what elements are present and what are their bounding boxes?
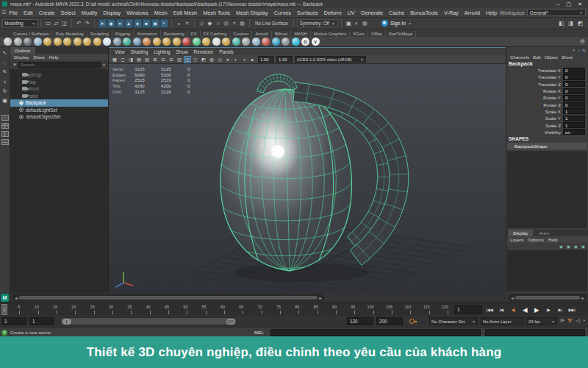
render-icon[interactable]: ▣ (345, 19, 353, 28)
color-wheel-icon[interactable] (262, 38, 270, 46)
scroll-right-icon[interactable]: ▶ (319, 296, 322, 300)
gold-sphere-icon[interactable] (63, 38, 71, 46)
mute-audio-icon[interactable]: ◁ (576, 318, 579, 324)
film-gate-icon[interactable]: ⊞ (151, 56, 159, 63)
shadows-icon[interactable]: ◐ (232, 56, 240, 63)
safe-title-icon[interactable]: ◰ (192, 56, 199, 63)
menu-item[interactable]: Edit (21, 10, 36, 16)
timeline-tick[interactable]: 65 (225, 303, 243, 316)
channel-value-field[interactable]: 0 (563, 95, 585, 101)
palette-icon[interactable] (282, 38, 290, 46)
dice-icon[interactable] (143, 38, 151, 46)
menu-item[interactable]: Windows (123, 10, 151, 16)
channel-value-field[interactable]: 0 (563, 74, 585, 80)
screen-space-ao-icon[interactable]: ◑ (240, 56, 248, 63)
timeline-tick[interactable]: 110 (392, 303, 411, 316)
viewport-menu-item[interactable]: Renderer (191, 49, 217, 54)
moth-icon[interactable] (173, 38, 181, 46)
move-layer-down-icon[interactable] (580, 244, 586, 250)
shelf-tab[interactable]: Sculpting (87, 30, 112, 37)
shelf-tab[interactable]: XGen (350, 30, 368, 37)
select-hierarchy-icon[interactable]: ➤ (98, 19, 107, 28)
step-forward-key-button[interactable]: |▶ (542, 305, 554, 315)
tab-anim[interactable]: Anim (534, 230, 554, 236)
open-scene-icon[interactable]: ▱ (52, 19, 60, 28)
panel-scrollbar[interactable]: ◀▶ (509, 294, 587, 301)
paint-select-tool-icon[interactable]: ✎ (1, 68, 9, 76)
timeline-tick[interactable]: 105 (374, 303, 392, 316)
edit-icon[interactable]: ✎ (582, 48, 586, 53)
timeline-tick[interactable]: 90 (318, 303, 337, 316)
menu-item[interactable]: Mesh Display (233, 10, 271, 16)
spheres-pair-icon[interactable] (133, 38, 141, 46)
scrollbar-thumb[interactable] (19, 296, 318, 300)
timeline-tick[interactable]: 60 (207, 303, 225, 316)
shape-node-row[interactable]: BackpackShape (507, 143, 587, 149)
shelf-tab[interactable]: Motion Graphics (311, 30, 350, 37)
bookmark-icon[interactable]: ▤ (135, 56, 143, 63)
new-scene-icon[interactable]: ▭ (44, 19, 52, 28)
save-scene-icon[interactable]: ◫ (60, 19, 68, 28)
resolution-gate-icon[interactable]: ⊡ (159, 56, 167, 63)
vray-drop-icon[interactable] (252, 38, 260, 46)
timeline-tick[interactable]: 115 (411, 303, 429, 316)
viewport-menu-item[interactable]: Shading (128, 49, 151, 54)
sign-in-button[interactable]: Sign In ▼ (381, 20, 412, 26)
layer-editor-menu-item[interactable]: Help (547, 236, 559, 243)
animation-start-field[interactable]: 1 (1, 317, 26, 325)
select-camera-icon[interactable]: ▦ (111, 56, 118, 63)
snap-curve-icon[interactable]: ◆ (206, 19, 214, 28)
outliner-item[interactable]: defaultLightSet (10, 107, 108, 114)
current-frame-field[interactable]: 1 (454, 305, 482, 314)
viewport-menu-item[interactable]: Lighting (151, 49, 173, 54)
select-face-icon[interactable]: ■ (143, 19, 151, 28)
manipulator-icon[interactable]: ⌖ (573, 48, 575, 53)
menu-item[interactable]: Deform (321, 10, 345, 16)
menu-item[interactable]: Curves (271, 10, 294, 16)
channel-box-menu-item[interactable]: Channels (509, 54, 531, 60)
polygon-sphere-icon[interactable] (4, 38, 12, 46)
safe-action-icon[interactable]: ◫ (184, 56, 191, 63)
snap-point-icon[interactable]: ○ (214, 19, 222, 28)
channel-value-field[interactable]: 0 (563, 88, 585, 94)
timeline-tick[interactable]: 100 (355, 303, 373, 316)
go-to-end-button[interactable]: ▶▶| (566, 305, 578, 315)
sky-image-icon[interactable] (103, 38, 111, 46)
checker-sphere-icon[interactable] (212, 38, 220, 46)
channel-value-field[interactable]: on (563, 129, 585, 135)
select-edge-icon[interactable]: ◈ (134, 19, 142, 28)
green-grid-icon[interactable] (193, 38, 201, 46)
scale-tool-icon[interactable]: ▣ (1, 97, 9, 105)
layer-editor-menu-item[interactable]: Layers (509, 236, 526, 243)
menu-item[interactable]: V-Ray (441, 10, 462, 16)
loop-icon[interactable]: ⟳ (560, 318, 564, 324)
teal-ball-gear-icon[interactable] (123, 38, 131, 46)
chevron-down-icon[interactable]: ▼ (102, 63, 106, 67)
outliner-tab[interactable]: Outliner (10, 47, 35, 54)
minimize-button[interactable]: – (557, 1, 560, 7)
shelf-tab[interactable]: Arnold (252, 30, 272, 37)
anim-layer-dropdown[interactable]: No Anim Layer (481, 317, 523, 325)
scrollbar-thumb[interactable] (515, 296, 580, 300)
snap-grid-icon[interactable]: ◇ (198, 19, 206, 28)
range-end-handle[interactable]: 120 (226, 319, 235, 325)
make-live-icon[interactable]: ◍ (238, 19, 246, 28)
move-layer-up-icon[interactable] (573, 244, 578, 250)
step-back-key-button[interactable]: ◀| (507, 305, 519, 315)
spider-icon[interactable] (162, 38, 171, 46)
snap-projected-center-icon[interactable]: ◎ (222, 19, 230, 28)
set-key-icon[interactable] (409, 318, 417, 325)
step-back-frame-button[interactable]: |◀ (495, 305, 507, 315)
gear-icon[interactable]: ⚙ (580, 38, 585, 45)
outliner-menu-item[interactable]: Display (12, 54, 30, 60)
gate-mask-icon[interactable]: ⊟ (168, 56, 175, 63)
shell-icon[interactable] (153, 38, 161, 46)
snap-surface-icon[interactable]: ≈ (230, 19, 238, 28)
timeline-tick[interactable]: 25 (76, 303, 94, 316)
timeline-tick[interactable]: 40 (132, 303, 150, 316)
menu-item[interactable]: Select (58, 10, 79, 16)
outliner-item[interactable]: defaultObjectSet (10, 113, 108, 121)
outliner-menu-item[interactable]: Show (32, 54, 46, 60)
search-input[interactable] (18, 62, 101, 68)
dots-triangle-icon[interactable] (272, 38, 280, 46)
